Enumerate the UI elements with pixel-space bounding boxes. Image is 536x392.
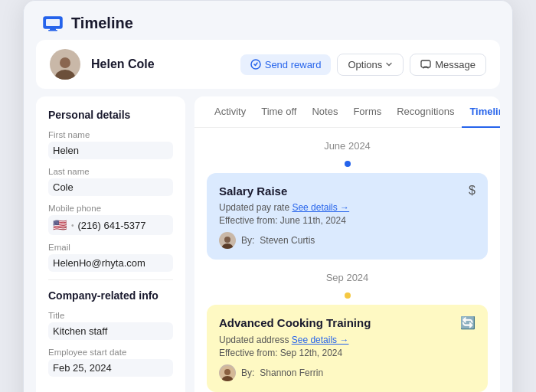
page-title: Timeline [71,15,133,32]
window-header: Timeline [24,1,512,40]
event-header-2: Advanced Cooking Training 🔄 [219,315,476,330]
tab-timeline[interactable]: Timeline [462,96,500,128]
options-button[interactable]: Options [337,54,404,76]
svg-rect-1 [46,19,60,26]
monitor-icon [42,15,64,32]
timeline-content: June 2024 Salary Raise $ Updated pay rat… [194,128,500,392]
by-avatar-2 [219,364,236,381]
personal-details-title: Personal details [48,109,173,121]
by-avatar-1 [219,232,236,249]
svg-rect-3 [48,30,57,31]
tab-activity[interactable]: Activity [207,96,253,128]
profile-actions: Send reward Options Message [240,54,486,76]
phone-label: Mobile phone [48,204,173,213]
refresh-icon: 🔄 [460,315,476,330]
event-by-2: By: Shannon Ferrin [219,364,476,381]
company-info-title: Company-related info [48,289,173,302]
svg-point-10 [224,237,230,243]
tab-forms[interactable]: Forms [345,96,389,128]
send-reward-button[interactable]: Send reward [240,54,332,75]
section-divider [48,279,173,280]
app-window: Timeline Helen Cole Send reward Options [23,0,513,392]
svg-point-5 [60,57,70,68]
message-icon [420,60,431,69]
timeline-month-june: June 2024 [207,140,488,152]
event-header-1: Salary Raise $ [219,184,476,198]
profile-bar: Helen Cole Send reward Options [36,40,500,89]
profile-name: Helen Cole [91,57,230,71]
last-name-label: Last name [48,167,173,176]
title-value: Kitchen staff [48,322,173,340]
event-title-2: Advanced Cooking Training [219,316,371,329]
timeline-month-sep: Sep 2024 [207,272,488,283]
by-name-1: Steven Curtis [260,235,315,246]
right-panel: Activity Time off Notes Forms Recognitio… [194,96,500,392]
phone-value: 🇺🇸 • (216) 641-5377 [48,215,173,235]
email-label: Email [48,243,173,252]
flag-icon: 🇺🇸 [53,218,67,232]
last-name-value: Cole [48,178,173,196]
event-detail-2b: Effective from: Sep 12th, 2024 [219,348,476,358]
email-value: HelenHo@rhyta.com [48,254,173,272]
start-date-label: Employee start date [48,348,173,357]
dollar-icon: $ [469,184,476,198]
message-button[interactable]: Message [410,54,486,76]
event-by-1: By: Steven Curtis [219,232,476,249]
see-details-link-1[interactable]: See details → [292,202,349,213]
timeline-dot-blue [345,161,351,167]
start-date-value: Feb 25, 2024 [48,359,173,377]
tab-time-off[interactable]: Time off [253,96,304,128]
see-details-link-2[interactable]: See details → [292,335,349,345]
event-detail-2a: Updated address See details → [219,335,476,345]
event-detail-1a: Updated pay rate See details → [219,202,476,213]
salary-raise-card: Salary Raise $ Updated pay rate See deta… [207,173,488,260]
main-content: Personal details First name Helen Last n… [24,96,512,392]
timeline-dot-yellow [345,292,351,299]
first-name-value: Helen [48,142,173,159]
avatar [50,49,80,80]
svg-point-13 [224,369,230,375]
tab-bar: Activity Time off Notes Forms Recognitio… [194,96,500,128]
first-name-label: First name [48,130,173,139]
chevron-down-icon [385,60,393,68]
by-name-2: Shannon Ferrin [260,368,323,378]
event-detail-1b: Effective from: June 11th, 2024 [219,215,476,226]
reward-icon [250,59,261,70]
sidebar: Personal details First name Helen Last n… [36,96,185,392]
event-title-1: Salary Raise [219,185,287,198]
tab-notes[interactable]: Notes [304,96,345,128]
title-label: Title [48,311,173,320]
cooking-training-card: Advanced Cooking Training 🔄 Updated addr… [207,305,488,392]
tab-recognitions[interactable]: Recognitions [389,96,462,128]
